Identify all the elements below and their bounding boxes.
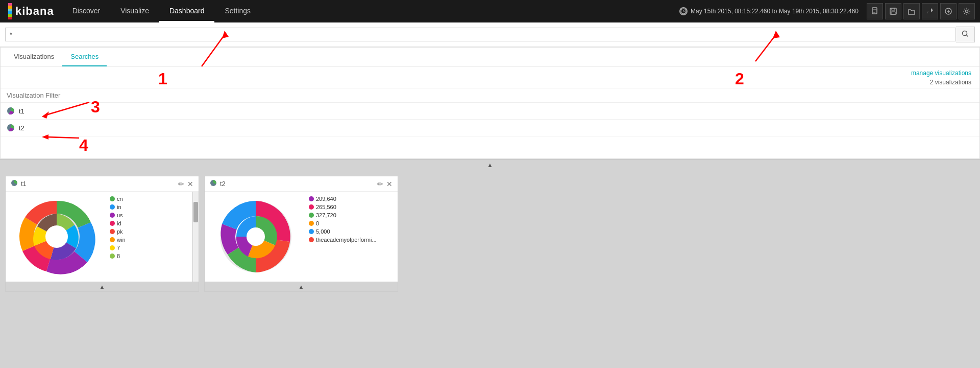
legend-label: us: [117, 212, 123, 218]
legend-label: theacademyofperformi...: [316, 237, 377, 243]
tabs-row: Visualizations Searches: [1, 48, 979, 66]
scroll-thumb: [193, 202, 198, 222]
new-doc-button[interactable]: [867, 3, 883, 19]
panel-container: Visualizations Searches manage visualiza…: [0, 47, 980, 159]
edit-icon[interactable]: ✏: [178, 180, 184, 188]
open-button[interactable]: [903, 3, 920, 19]
legend-label: pk: [117, 228, 123, 235]
legend-label: 8: [117, 253, 120, 259]
dash-panel-t1-header: t1 ✏ ✕: [6, 176, 199, 192]
legend-dot: [110, 213, 115, 218]
nav-right: May 15th 2015, 08:15:22.460 to May 19th …: [679, 3, 980, 19]
dash-panel-t1-chart: [6, 192, 108, 282]
kibana-logo: kibana: [0, 3, 62, 19]
kibana-stripe-icon: [8, 3, 12, 19]
close-icon-t2[interactable]: ✕: [386, 180, 393, 188]
viz-item-t1[interactable]: t1: [1, 103, 979, 120]
legend-item: 7: [110, 244, 190, 252]
legend-dot: [110, 237, 115, 242]
time-display[interactable]: May 15th 2015, 08:15:22.460 to May 19th …: [679, 7, 859, 15]
dash-panel-t1-legend: cn in us id: [108, 192, 192, 282]
manage-link-row: manage visualizations: [1, 66, 979, 78]
legend-label: 327,720: [316, 212, 336, 218]
legend-item: 8: [110, 252, 190, 260]
dash-panel-t2-title: t2: [210, 179, 377, 188]
nav-item-visualize[interactable]: Visualize: [110, 0, 159, 22]
nav-item-discover[interactable]: Discover: [62, 0, 110, 22]
legend-dot: [110, 221, 115, 226]
panel-t1-expand-button[interactable]: ▲: [100, 284, 105, 290]
settings-button[interactable]: [959, 3, 975, 19]
dash-panel-t2-header: t2 ✏ ✕: [205, 176, 398, 192]
panel-t1-expand-row: ▲: [6, 282, 199, 291]
dash-panel-t2-chart: [205, 192, 307, 282]
viz-item-t2[interactable]: t2: [1, 120, 979, 136]
legend-item: us: [110, 211, 190, 219]
legend-dot: [110, 229, 115, 234]
viz-count-label: 2 visualizations: [930, 79, 971, 86]
legend-label: id: [117, 220, 121, 226]
legend-item: pk: [110, 227, 190, 236]
dash-panel-t1-actions: ✏ ✕: [178, 180, 193, 188]
add-panel-button[interactable]: [940, 3, 957, 19]
time-icon: [679, 7, 688, 15]
dash-panel-t1: t1 ✏ ✕: [5, 176, 199, 292]
dash-panel-t2-label: t2: [220, 180, 226, 188]
viz-filter-input[interactable]: [7, 91, 109, 99]
legend-label: 7: [117, 245, 120, 251]
legend-dot: [309, 213, 314, 218]
legend-dot: [110, 245, 115, 250]
nav-item-settings[interactable]: Settings: [214, 0, 261, 22]
legend-dot: [309, 229, 314, 234]
legend-dot: [309, 204, 314, 210]
dash-panel-t1-body: cn in us id: [6, 192, 199, 282]
viz-count-row: 2 visualizations: [1, 78, 979, 88]
pie-chart-icon: [7, 107, 15, 115]
time-range-label: May 15th 2015, 08:15:22.460 to May 19th …: [691, 8, 859, 15]
nav-item-dashboard[interactable]: Dashboard: [159, 0, 215, 22]
close-icon[interactable]: ✕: [187, 180, 193, 188]
share-button[interactable]: [922, 3, 938, 19]
collapse-row[interactable]: ▲: [0, 159, 980, 171]
filter-row: [1, 88, 979, 103]
dash-panel-t1-title: t1: [11, 179, 178, 188]
legend-item: id: [110, 219, 190, 227]
legend-label: in: [117, 204, 121, 210]
legend-scrollbar[interactable]: [192, 192, 199, 282]
legend-label: win: [117, 237, 126, 243]
kibana-wordmark: kibana: [15, 5, 54, 18]
tab-searches[interactable]: Searches: [62, 48, 107, 66]
dashboard-area: t1 ✏ ✕: [0, 171, 980, 297]
search-input[interactable]: [5, 28, 956, 41]
legend-label: 0: [316, 220, 319, 226]
save-button[interactable]: [885, 3, 901, 19]
legend-dot: [309, 196, 314, 201]
svg-point-21: [45, 225, 68, 248]
tab-visualizations[interactable]: Visualizations: [6, 48, 62, 66]
panel-t2-expand-button[interactable]: ▲: [299, 284, 304, 290]
dash-panel-t2-actions: ✏ ✕: [377, 180, 393, 188]
viz-item-t2-label: t2: [19, 124, 24, 132]
dash-panel-t2-pie-icon: [210, 179, 217, 188]
collapse-button[interactable]: ▲: [487, 162, 493, 169]
svg-point-25: [247, 227, 265, 246]
stripe-red: [8, 17, 12, 19]
viz-list-area: manage visualizations 2 visualizations t…: [1, 66, 979, 158]
legend-item: 5,000: [309, 227, 396, 236]
legend-dot: [110, 204, 115, 210]
dash-panel-t2: t2 ✏ ✕: [204, 176, 398, 292]
legend-item: 265,560: [309, 203, 396, 211]
legend-label: 265,560: [316, 204, 336, 210]
legend-item: in: [110, 203, 190, 211]
manage-visualizations-link[interactable]: manage visualizations: [911, 70, 971, 77]
nav-items: Discover Visualize Dashboard Settings: [62, 0, 261, 22]
legend-label: 209,640: [316, 196, 336, 202]
edit-icon-t2[interactable]: ✏: [377, 180, 383, 188]
legend-item: win: [110, 236, 190, 244]
top-nav: kibana Discover Visualize Dashboard Sett…: [0, 0, 980, 22]
search-button[interactable]: [956, 27, 975, 42]
dash-panel-t2-body: 209,640 265,560 327,720 0: [205, 192, 398, 282]
search-bar: [0, 22, 980, 47]
viz-item-t1-label: t1: [19, 107, 24, 115]
legend-item: 327,720: [309, 211, 396, 219]
